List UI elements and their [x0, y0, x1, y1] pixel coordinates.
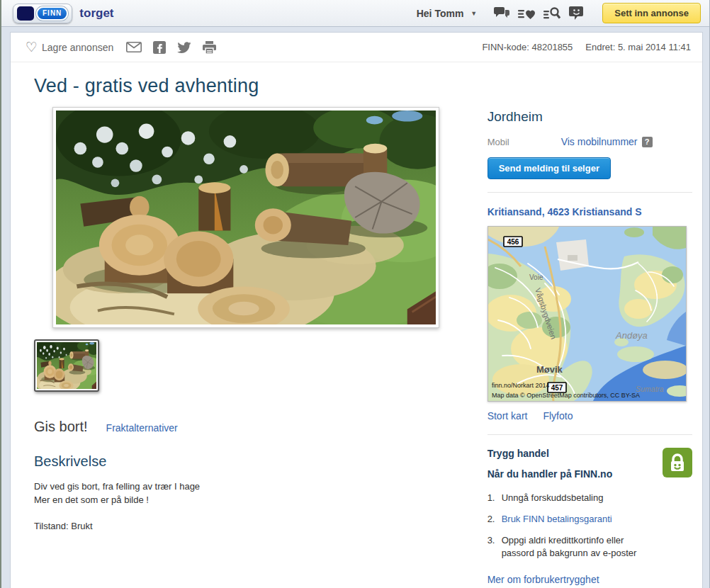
listing-toolbar: ♡ Lagre annonsen FINN-	[11, 33, 702, 62]
location-map[interactable]: Voie Vågsbygdveien Andøya Møvik Sumatra …	[488, 226, 687, 402]
map-label-andoya: Andøya	[615, 330, 648, 341]
svg-text:456: 456	[507, 238, 519, 246]
safe-trade-item-1: 1. Unngå forskuddsbetaling	[488, 492, 692, 504]
big-map-link[interactable]: Stort kart	[488, 410, 528, 422]
svg-text:457: 457	[551, 384, 563, 392]
email-share-icon[interactable]	[126, 42, 142, 52]
heart-outline-icon: ♡	[26, 40, 38, 54]
show-phone-number-link[interactable]: Vis mobilnummer	[561, 136, 638, 147]
divider	[488, 434, 692, 435]
safe-trade-list: 1. Unngå forskuddsbetaling 2. Bruk FINN …	[488, 492, 692, 560]
twitter-share-icon[interactable]	[177, 42, 191, 53]
divider	[488, 192, 692, 193]
chevron-down-icon[interactable]: ▼	[470, 10, 477, 17]
send-message-button[interactable]: Send melding til selger	[488, 157, 611, 179]
consumer-safety-link[interactable]: Mer om forbrukertrygghet	[488, 574, 599, 585]
road-sign-457: 457	[548, 383, 566, 392]
favorites-icon[interactable]	[518, 6, 535, 20]
safe-trade-item-3: 3. Oppgi aldri kredittkortinfo eller pas…	[488, 534, 692, 560]
road-sign-456: 456	[504, 237, 522, 247]
finn-code: FINN-kode: 48201855	[482, 42, 573, 52]
safe-trade-heading: Trygg handel	[488, 448, 613, 459]
address-link[interactable]: Kritiansand, 4623 Kristiansand S	[488, 206, 642, 217]
main-photo[interactable]	[52, 107, 439, 328]
map-attribution-1: finn.no/Norkart 2014	[492, 382, 550, 389]
safe-trade-item-2: 2. Bruk FINN betalingsgaranti	[488, 513, 692, 526]
insert-ad-button[interactable]: Sett inn annonse	[602, 3, 701, 23]
map-label-sumatra: Sumatra	[636, 385, 664, 393]
finn-logo[interactable]: FINN	[13, 4, 72, 23]
aerial-photo-link[interactable]: Flyfoto	[543, 410, 573, 422]
condition-text: Tilstand: Brukt	[34, 521, 467, 531]
print-icon[interactable]	[203, 41, 216, 54]
facebook-share-icon[interactable]	[153, 41, 166, 54]
messages-icon[interactable]	[494, 6, 509, 20]
description-text: Div ved gis bort, fra felling av trær I …	[34, 480, 467, 507]
edited-timestamp: Endret: 5. mai 2014 11:41	[585, 42, 691, 52]
price-text: Gis bort!	[34, 419, 88, 435]
finn-logo-mark	[17, 6, 34, 21]
photo-thumbnail[interactable]	[34, 339, 99, 392]
phone-label: Mobil	[488, 137, 561, 147]
section-title-torget[interactable]: torget	[79, 6, 113, 21]
user-greeting[interactable]: Hei Tomm	[417, 8, 464, 19]
feedback-icon[interactable]	[569, 6, 584, 20]
safe-trade-subheading: Når du handler på FINN.no	[488, 468, 613, 480]
freight-options-link[interactable]: Fraktalternativer	[106, 422, 178, 434]
payment-guarantee-link[interactable]: Bruk FINN betalingsgaranti	[502, 513, 612, 526]
map-label-movik: Møvik	[536, 364, 563, 375]
description-heading: Beskrivelse	[34, 453, 467, 470]
safe-trade-lock-icon	[663, 448, 692, 477]
save-ad-label: Lagre annonsen	[42, 42, 113, 53]
saved-searches-icon[interactable]	[543, 6, 560, 20]
map-label-voie: Voie	[529, 273, 543, 281]
listing-card: ♡ Lagre annonsen FINN-	[10, 32, 703, 588]
top-navigation-bar: FINN torget Hei Tomm ▼	[1, 0, 709, 27]
save-ad-button[interactable]: ♡ Lagre annonsen	[26, 40, 113, 54]
listing-title: Ved - gratis ved avhenting	[34, 75, 702, 97]
map-attribution-2: Map data © OpenStreetMap contributors, C…	[492, 392, 640, 399]
help-icon[interactable]: ?	[642, 137, 653, 147]
seller-name: Jordheim	[488, 109, 692, 125]
finn-logo-wordmark: FINN	[36, 6, 68, 21]
